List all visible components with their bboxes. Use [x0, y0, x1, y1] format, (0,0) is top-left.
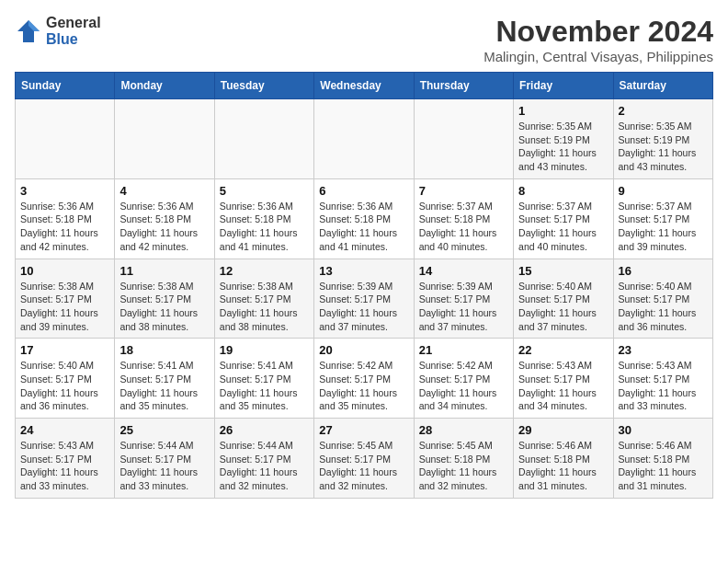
day-number: 15: [518, 264, 608, 278]
day-info: Sunrise: 5:43 AM Sunset: 5:17 PM Dayligh…: [619, 359, 708, 413]
calendar-cell: 6Sunrise: 5:36 AM Sunset: 5:18 PM Daylig…: [314, 178, 414, 259]
day-info: Sunrise: 5:36 AM Sunset: 5:18 PM Dayligh…: [220, 200, 309, 254]
calendar-cell: 8Sunrise: 5:37 AM Sunset: 5:17 PM Daylig…: [514, 178, 613, 259]
day-info: Sunrise: 5:41 AM Sunset: 5:17 PM Dayligh…: [119, 359, 209, 413]
day-number: 13: [319, 264, 408, 278]
calendar-week-row: 3Sunrise: 5:36 AM Sunset: 5:18 PM Daylig…: [16, 178, 713, 259]
calendar-cell: 29Sunrise: 5:46 AM Sunset: 5:18 PM Dayli…: [514, 419, 613, 499]
calendar-cell: 10Sunrise: 5:38 AM Sunset: 5:17 PM Dayli…: [16, 259, 115, 339]
calendar-cell: 5Sunrise: 5:36 AM Sunset: 5:18 PM Daylig…: [214, 178, 313, 259]
day-info: Sunrise: 5:40 AM Sunset: 5:17 PM Dayligh…: [518, 280, 608, 334]
day-info: Sunrise: 5:35 AM Sunset: 5:19 PM Dayligh…: [619, 120, 708, 174]
weekday-header: Tuesday: [214, 73, 313, 99]
calendar-cell: [16, 99, 115, 179]
weekday-header: Sunday: [16, 73, 115, 99]
day-number: 6: [319, 184, 408, 198]
calendar-cell: [115, 99, 214, 179]
logo-icon: [15, 17, 42, 45]
calendar-week-row: 17Sunrise: 5:40 AM Sunset: 5:17 PM Dayli…: [16, 339, 713, 419]
day-number: 14: [419, 264, 508, 278]
day-number: 11: [119, 264, 209, 278]
day-number: 17: [20, 343, 109, 357]
calendar-cell: 21Sunrise: 5:42 AM Sunset: 5:17 PM Dayli…: [414, 339, 513, 419]
day-number: 27: [319, 423, 408, 437]
day-number: 25: [119, 423, 209, 437]
day-number: 7: [419, 184, 508, 198]
day-number: 30: [619, 423, 708, 437]
weekday-header: Monday: [115, 73, 214, 99]
day-number: 29: [518, 423, 608, 437]
day-number: 8: [518, 184, 608, 198]
calendar-cell: 24Sunrise: 5:43 AM Sunset: 5:17 PM Dayli…: [16, 419, 115, 499]
day-info: Sunrise: 5:39 AM Sunset: 5:17 PM Dayligh…: [319, 280, 408, 334]
calendar-cell: 3Sunrise: 5:36 AM Sunset: 5:18 PM Daylig…: [16, 178, 115, 259]
weekday-header: Thursday: [414, 73, 513, 99]
calendar-cell: 13Sunrise: 5:39 AM Sunset: 5:17 PM Dayli…: [314, 259, 414, 339]
day-number: 2: [619, 104, 708, 118]
day-info: Sunrise: 5:45 AM Sunset: 5:18 PM Dayligh…: [419, 439, 508, 493]
day-number: 4: [119, 184, 209, 198]
day-info: Sunrise: 5:37 AM Sunset: 5:17 PM Dayligh…: [619, 200, 708, 254]
calendar-cell: 11Sunrise: 5:38 AM Sunset: 5:17 PM Dayli…: [115, 259, 214, 339]
title-area: November 2024 Malingin, Central Visayas,…: [483, 15, 713, 64]
day-info: Sunrise: 5:35 AM Sunset: 5:19 PM Dayligh…: [518, 120, 608, 174]
day-info: Sunrise: 5:41 AM Sunset: 5:17 PM Dayligh…: [220, 359, 309, 413]
calendar-cell: 27Sunrise: 5:45 AM Sunset: 5:17 PM Dayli…: [314, 419, 414, 499]
page-subtitle: Malingin, Central Visayas, Philippines: [483, 49, 713, 64]
day-info: Sunrise: 5:43 AM Sunset: 5:17 PM Dayligh…: [518, 359, 608, 413]
day-number: 18: [119, 343, 209, 357]
day-number: 12: [220, 264, 309, 278]
calendar-cell: 25Sunrise: 5:44 AM Sunset: 5:17 PM Dayli…: [115, 419, 214, 499]
day-number: 21: [419, 343, 508, 357]
page-header: General Blue November 2024 Malingin, Cen…: [15, 15, 713, 64]
calendar-cell: 12Sunrise: 5:38 AM Sunset: 5:17 PM Dayli…: [214, 259, 313, 339]
day-number: 19: [220, 343, 309, 357]
day-info: Sunrise: 5:38 AM Sunset: 5:17 PM Dayligh…: [20, 280, 109, 334]
day-number: 24: [20, 423, 109, 437]
day-number: 23: [619, 343, 708, 357]
calendar-cell: 2Sunrise: 5:35 AM Sunset: 5:19 PM Daylig…: [613, 99, 712, 179]
day-info: Sunrise: 5:44 AM Sunset: 5:17 PM Dayligh…: [220, 439, 309, 493]
calendar-week-row: 1Sunrise: 5:35 AM Sunset: 5:19 PM Daylig…: [16, 99, 713, 179]
day-info: Sunrise: 5:36 AM Sunset: 5:18 PM Dayligh…: [319, 200, 408, 254]
day-info: Sunrise: 5:44 AM Sunset: 5:17 PM Dayligh…: [119, 439, 209, 493]
calendar-cell: [214, 99, 313, 179]
day-number: 10: [20, 264, 109, 278]
day-number: 16: [619, 264, 708, 278]
day-number: 1: [518, 104, 608, 118]
calendar-cell: 20Sunrise: 5:42 AM Sunset: 5:17 PM Dayli…: [314, 339, 414, 419]
calendar-cell: 14Sunrise: 5:39 AM Sunset: 5:17 PM Dayli…: [414, 259, 513, 339]
calendar-cell: 4Sunrise: 5:36 AM Sunset: 5:18 PM Daylig…: [115, 178, 214, 259]
day-number: 22: [518, 343, 608, 357]
calendar-cell: 17Sunrise: 5:40 AM Sunset: 5:17 PM Dayli…: [16, 339, 115, 419]
calendar-week-row: 10Sunrise: 5:38 AM Sunset: 5:17 PM Dayli…: [16, 259, 713, 339]
calendar-cell: 1Sunrise: 5:35 AM Sunset: 5:19 PM Daylig…: [514, 99, 613, 179]
calendar-cell: 28Sunrise: 5:45 AM Sunset: 5:18 PM Dayli…: [414, 419, 513, 499]
calendar-cell: 30Sunrise: 5:46 AM Sunset: 5:18 PM Dayli…: [613, 419, 712, 499]
day-info: Sunrise: 5:43 AM Sunset: 5:17 PM Dayligh…: [20, 439, 109, 493]
calendar-cell: 7Sunrise: 5:37 AM Sunset: 5:18 PM Daylig…: [414, 178, 513, 259]
calendar-cell: [314, 99, 414, 179]
day-info: Sunrise: 5:42 AM Sunset: 5:17 PM Dayligh…: [319, 359, 408, 413]
day-info: Sunrise: 5:38 AM Sunset: 5:17 PM Dayligh…: [220, 280, 309, 334]
calendar-cell: 26Sunrise: 5:44 AM Sunset: 5:17 PM Dayli…: [214, 419, 313, 499]
day-info: Sunrise: 5:45 AM Sunset: 5:17 PM Dayligh…: [319, 439, 408, 493]
weekday-header: Saturday: [613, 73, 712, 99]
calendar-week-row: 24Sunrise: 5:43 AM Sunset: 5:17 PM Dayli…: [16, 419, 713, 499]
weekday-header: Friday: [514, 73, 613, 99]
day-number: 26: [220, 423, 309, 437]
day-info: Sunrise: 5:36 AM Sunset: 5:18 PM Dayligh…: [119, 200, 209, 254]
calendar-cell: 23Sunrise: 5:43 AM Sunset: 5:17 PM Dayli…: [613, 339, 712, 419]
calendar-cell: [414, 99, 513, 179]
logo-text: General Blue: [46, 15, 101, 47]
day-info: Sunrise: 5:40 AM Sunset: 5:17 PM Dayligh…: [20, 359, 109, 413]
day-info: Sunrise: 5:40 AM Sunset: 5:17 PM Dayligh…: [619, 280, 708, 334]
day-info: Sunrise: 5:42 AM Sunset: 5:17 PM Dayligh…: [419, 359, 508, 413]
calendar-cell: 18Sunrise: 5:41 AM Sunset: 5:17 PM Dayli…: [115, 339, 214, 419]
day-number: 28: [419, 423, 508, 437]
day-info: Sunrise: 5:38 AM Sunset: 5:17 PM Dayligh…: [119, 280, 209, 334]
calendar-table: SundayMondayTuesdayWednesdayThursdayFrid…: [15, 72, 713, 499]
day-info: Sunrise: 5:36 AM Sunset: 5:18 PM Dayligh…: [20, 200, 109, 254]
logo: General Blue: [15, 15, 101, 47]
page-title: November 2024: [483, 15, 713, 49]
